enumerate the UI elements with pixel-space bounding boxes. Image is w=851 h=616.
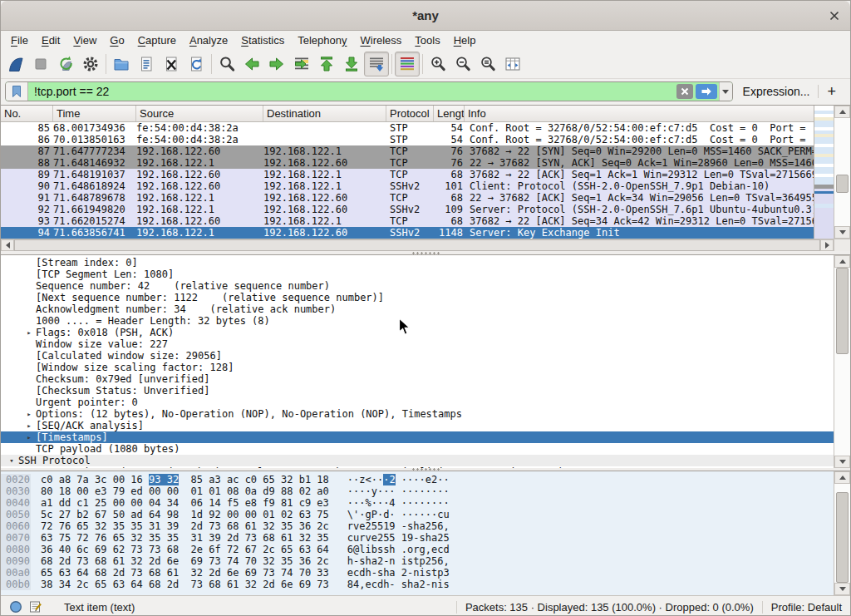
hex-row[interactable]: 00b038 34 2c 65 63 64 68 2d 73 68 61 32 …	[1, 579, 834, 590]
bytes-vscrollbar[interactable]	[834, 471, 850, 595]
detail-row[interactable]: ▸Options: (12 bytes), No-Operation (NOP)…	[1, 408, 834, 420]
start-capture-button[interactable]	[3, 52, 28, 76]
colorize-button[interactable]	[395, 52, 420, 76]
detail-row[interactable]: 1000 .... = Header Length: 32 bytes (8)	[1, 315, 834, 327]
auto-scroll-button[interactable]	[364, 52, 389, 76]
zoom-in-button[interactable]	[426, 52, 450, 76]
hex-bytes[interactable]: 36 40 6c 69 62 73 73 68 2e 6f 72 67 2c 6…	[41, 544, 329, 555]
reload-file-button[interactable]	[184, 52, 209, 76]
filter-input[interactable]: !tcp.port == 22	[28, 85, 676, 98]
hex-bytes[interactable]: a1 dd c1 25 00 00 04 34 06 14 f5 e8 f9 8…	[41, 497, 329, 509]
save-file-button[interactable]	[134, 52, 159, 76]
packet-row[interactable]: 9071.648618924192.168.122.60192.168.122.…	[1, 180, 814, 192]
packet-row[interactable]: 9271.661949820192.168.122.1192.168.122.6…	[1, 204, 814, 215]
close-window-button[interactable]	[826, 7, 843, 24]
open-file-button[interactable]	[109, 52, 134, 76]
scroll-down-button[interactable]	[834, 583, 850, 595]
menu-item[interactable]: Help	[447, 32, 483, 48]
detail-row[interactable]: Window size value: 227	[1, 338, 834, 350]
column-header[interactable]: Protocol	[386, 106, 434, 121]
expander-icon[interactable]	[22, 350, 36, 362]
hex-row[interactable]: 009068 2d 73 68 61 32 2d 6e 69 73 74 70 …	[1, 555, 834, 567]
hex-bytes[interactable]: c0 a8 7a 3c 00 16	[41, 474, 149, 485]
expander-icon[interactable]: ▸	[22, 420, 36, 431]
hex-bytes[interactable]: 38 34 2c 65 63 64 68 2d 73 68 61 32 2d 6…	[41, 579, 329, 590]
add-filter-button[interactable]: +	[819, 84, 844, 99]
hex-row[interactable]: 00a065 63 64 68 2d 73 68 61 32 2d 6e 69 …	[1, 567, 834, 579]
packet-list-minimap[interactable]	[814, 106, 834, 239]
find-packet-button[interactable]	[214, 52, 239, 76]
scroll-track[interactable]	[834, 118, 850, 226]
detail-row[interactable]: TCP payload (1080 bytes)	[1, 443, 834, 455]
scroll-right-button[interactable]	[820, 239, 834, 251]
menu-item[interactable]: Edit	[35, 32, 66, 48]
ascii-text[interactable]: rve25519 -sha256,	[347, 520, 450, 532]
packet-row[interactable]: 9371.662015274192.168.122.60192.168.122.…	[1, 215, 814, 227]
hex-row[interactable]: 007063 75 72 76 65 32 35 35 31 39 2d 73 …	[1, 532, 834, 544]
menu-item[interactable]: File	[4, 32, 35, 48]
restart-capture-button[interactable]	[53, 52, 78, 76]
hex-bytes[interactable]: 72 76 65 32 35 35 31 39 2d 73 68 61 32 3…	[41, 520, 329, 532]
hex-bytes[interactable]: 63 75 72 76 65 32 35 35 31 39 2d 73 68 6…	[41, 532, 329, 544]
detail-row[interactable]: Checksum: 0x79ed [unverified]	[1, 373, 834, 385]
ascii-text-highlighted[interactable]: ·2	[383, 474, 395, 485]
hex-bytes[interactable]: 80 18 00 e3 79 ed 00 00 01 01 08 0a d9 8…	[41, 485, 329, 497]
packet-row[interactable]: 8771.647777234192.168.122.60192.168.122.…	[1, 145, 814, 157]
scroll-thumb[interactable]	[14, 239, 820, 251]
menu-item[interactable]: Statistics	[234, 32, 291, 48]
detail-row[interactable]: [TCP Segment Len: 1080]	[1, 269, 834, 280]
hex-bytes[interactable]: 85 a3 ac c0 65 32 b1 18	[179, 474, 329, 485]
scroll-left-button[interactable]	[1, 239, 14, 251]
expander-icon[interactable]	[22, 338, 36, 350]
detail-row[interactable]: [Checksum Status: Unverified]	[1, 385, 834, 397]
filter-history-dropdown[interactable]	[719, 82, 732, 101]
detail-row[interactable]: [Stream index: 0]	[1, 257, 834, 269]
ascii-text[interactable]: h-sha2-n istp256,	[347, 555, 450, 567]
go-to-packet-button[interactable]	[289, 52, 314, 76]
stop-capture-button[interactable]	[28, 52, 53, 76]
expander-icon[interactable]	[22, 269, 36, 280]
filter-bookmark-button[interactable]	[6, 82, 28, 101]
expander-icon[interactable]	[22, 292, 36, 303]
filter-clear-button[interactable]	[676, 84, 693, 99]
ascii-text[interactable]: 6@libssh .org,ecd	[347, 544, 450, 555]
expander-icon[interactable]: ▸	[22, 327, 36, 338]
expander-icon[interactable]	[22, 257, 36, 269]
expander-icon[interactable]	[22, 315, 36, 327]
detail-row[interactable]: ▸Flags: 0x018 (PSH, ACK)	[1, 327, 834, 338]
column-header[interactable]: Time	[53, 106, 136, 121]
expander-icon[interactable]	[22, 385, 36, 397]
go-first-button[interactable]	[314, 52, 339, 76]
scroll-up-button[interactable]	[834, 255, 850, 268]
expander-icon[interactable]	[22, 397, 36, 408]
detail-row[interactable]: Urgent pointer: 0	[1, 397, 834, 408]
detail-row[interactable]: ▾SSH Protocol	[1, 455, 834, 466]
go-forward-button[interactable]	[264, 52, 289, 76]
close-file-button[interactable]	[159, 52, 184, 76]
column-header[interactable]: No.	[1, 106, 53, 121]
scroll-up-button[interactable]	[834, 106, 850, 118]
column-header[interactable]: Info	[465, 106, 814, 121]
expander-icon[interactable]	[22, 443, 36, 455]
zoom-reset-button[interactable]	[475, 52, 500, 76]
go-back-button[interactable]	[239, 52, 264, 76]
capture-comment-button[interactable]	[29, 600, 42, 614]
hex-row[interactable]: 008036 40 6c 69 62 73 73 68 2e 6f 72 67 …	[1, 544, 834, 555]
expander-icon[interactable]: ▸	[22, 408, 36, 420]
hex-bytes[interactable]: 5c 27 b2 67 50 ad 64 98 1d 92 00 00 01 0…	[41, 509, 329, 520]
hex-bytes-highlighted[interactable]: 93 32	[149, 474, 179, 485]
scroll-down-button[interactable]	[834, 226, 850, 239]
ascii-text[interactable]: ecdh-sha 2-nistp3	[347, 567, 450, 579]
packet-row[interactable]: 8670.013850163fe:54:00:d4:38:2aSTP54Conf…	[1, 134, 814, 145]
menu-item[interactable]: Go	[103, 32, 130, 48]
scroll-up-button[interactable]	[834, 471, 850, 484]
ascii-text[interactable]: ····e2··	[396, 474, 450, 485]
column-header[interactable]: Length	[434, 106, 465, 121]
detail-row[interactable]: ▸[Timestamps]	[1, 431, 834, 443]
menu-item[interactable]: View	[66, 32, 103, 48]
packet-list-hscrollbar[interactable]	[1, 239, 834, 251]
scroll-thumb[interactable]	[836, 492, 849, 583]
menu-item[interactable]: Wireless	[354, 32, 409, 48]
go-last-button[interactable]	[339, 52, 364, 76]
scroll-thumb[interactable]	[836, 268, 849, 354]
